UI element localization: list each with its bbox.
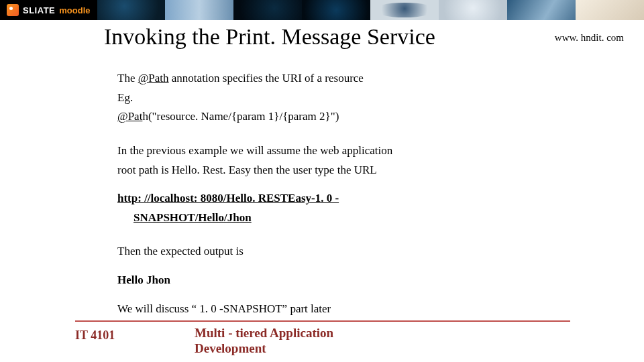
body-line: @Path("resource. Name/{param 1}/{param 2… bbox=[117, 109, 533, 125]
example-url: SNAPSHOT/Hello/Jhon bbox=[117, 210, 533, 227]
body-line: Then the expected output is bbox=[117, 243, 533, 260]
banner-image bbox=[165, 0, 233, 20]
text: Development bbox=[195, 341, 333, 357]
body-line: The @Path annotation specifies the URI o… bbox=[117, 70, 533, 87]
path-annotation: @Pat bbox=[117, 110, 142, 123]
top-banner: SLIATE moodle bbox=[0, 0, 644, 20]
page-title: Invoking the Print. Message Service bbox=[104, 24, 435, 50]
site-url: www. hndit. com bbox=[555, 32, 624, 44]
banner-image bbox=[302, 0, 370, 20]
banner-image bbox=[370, 0, 439, 20]
text: h("resource. Name/{param 1}/{param 2}") bbox=[142, 110, 339, 123]
text: The bbox=[117, 72, 138, 84]
moodle-icon bbox=[7, 4, 19, 16]
brand-text-sliate: SLIATE bbox=[23, 5, 55, 15]
text: Multi - tiered Application bbox=[195, 326, 333, 341]
footer-divider bbox=[75, 320, 570, 322]
footer-title: Multi - tiered Application Development bbox=[195, 326, 333, 357]
text: annotation specifies the URI of a resour… bbox=[169, 72, 364, 84]
banner-image bbox=[439, 0, 507, 20]
path-annotation: @Path bbox=[138, 72, 169, 84]
body-line: root path is Hello. Rest. Easy then the … bbox=[117, 162, 533, 179]
body-line: In the previous example we will assume t… bbox=[117, 143, 533, 160]
banner-image bbox=[97, 0, 166, 20]
body-line: Eg. bbox=[117, 90, 533, 107]
brand-block: SLIATE moodle bbox=[0, 0, 97, 20]
slide: SLIATE moodle Invoking the Print. Messag… bbox=[0, 0, 644, 362]
banner-image bbox=[507, 0, 576, 20]
banner-image bbox=[233, 0, 302, 20]
slide-body: The @Path annotation specifies the URI o… bbox=[117, 70, 533, 320]
expected-output: Hello Jhon bbox=[117, 272, 533, 289]
body-line: We will discuss “ 1. 0 -SNAPSHOT” part l… bbox=[117, 301, 533, 318]
link-text: http: //localhost: 8080/Hello. RESTEasy-… bbox=[117, 192, 339, 204]
link-text: SNAPSHOT/Hello/Jhon bbox=[133, 211, 252, 224]
course-code: IT 4101 bbox=[75, 328, 115, 343]
text: Hello Jhon bbox=[117, 274, 170, 286]
banner-image bbox=[576, 0, 644, 20]
brand-text-moodle: moodle bbox=[59, 5, 90, 15]
example-url: http: //localhost: 8080/Hello. RESTEasy-… bbox=[117, 190, 533, 207]
banner-images bbox=[97, 0, 645, 20]
